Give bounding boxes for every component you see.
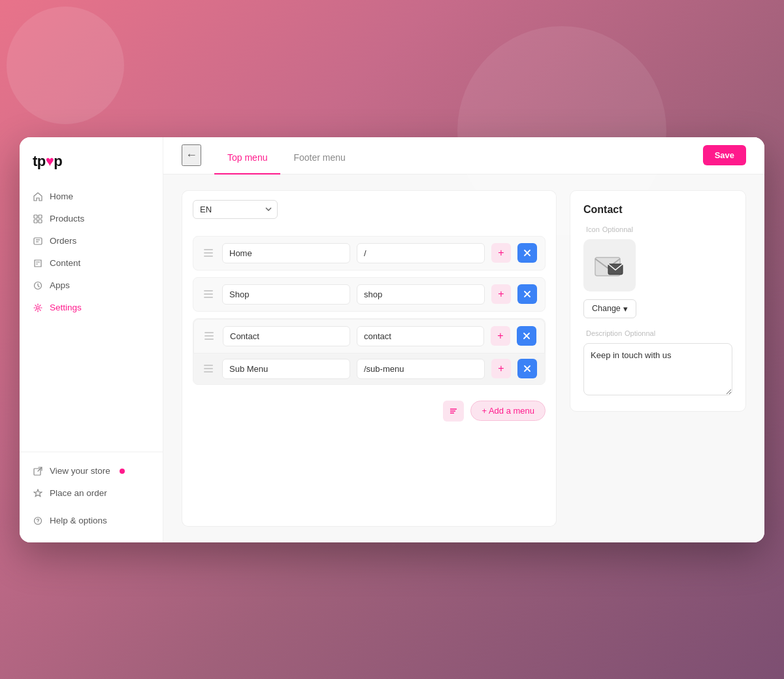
icon-field-label: IconOptionnal	[583, 225, 732, 234]
language-select-wrapper: EN FR DE ES	[182, 190, 557, 228]
menu-item-shop: +	[193, 277, 546, 312]
sidebar-item-settings[interactable]: Settings	[20, 297, 163, 319]
menu-url-input-contact[interactable]	[357, 326, 484, 346]
add-child-button-shop[interactable]: +	[491, 284, 511, 304]
content-area: EN FR DE ES +	[163, 174, 764, 542]
description-field-label: DescriptionOptionnal	[583, 329, 732, 338]
menu-label-input-contact[interactable]	[223, 326, 350, 346]
change-button[interactable]: Change ▾	[583, 299, 636, 318]
drag-handle-home[interactable]	[201, 248, 216, 258]
svg-point-13	[38, 522, 39, 523]
products-icon	[33, 214, 43, 224]
svg-point-10	[37, 306, 39, 309]
add-child-button-contact[interactable]: +	[491, 326, 510, 346]
sidebar-item-content-label: Content	[50, 258, 80, 268]
menu-url-input-home[interactable]	[357, 243, 485, 263]
menu-url-input-submenu[interactable]	[357, 359, 485, 379]
detail-title: Contact	[583, 204, 732, 216]
content-icon	[33, 258, 43, 269]
delete-button-shop[interactable]	[517, 284, 537, 304]
help-options[interactable]: Help & options	[20, 510, 163, 532]
menu-label-input-home[interactable]	[222, 243, 350, 263]
change-label: Change	[592, 304, 621, 313]
settings-icon	[33, 303, 43, 313]
delete-button-home[interactable]	[517, 243, 537, 263]
external-link-icon	[33, 466, 43, 476]
menu-item-contact-group: +	[193, 318, 546, 385]
add-child-button-submenu[interactable]: +	[491, 359, 511, 378]
menu-item-submenu: +	[201, 359, 537, 379]
sidebar-item-view-store[interactable]: View your store	[20, 460, 163, 482]
orders-icon	[33, 236, 43, 246]
sidebar-item-orders[interactable]: Orders	[20, 230, 163, 252]
logo-text: tp♥p	[33, 153, 62, 170]
delete-button-contact[interactable]	[517, 326, 536, 346]
back-button[interactable]: ←	[182, 144, 201, 166]
sidebar-bottom: View your store Place an order Help & op…	[20, 452, 163, 532]
svg-rect-1	[39, 215, 42, 218]
sidebar-item-home[interactable]: Home	[20, 186, 163, 208]
svg-rect-4	[34, 238, 42, 244]
submenu-container: +	[193, 354, 545, 384]
sidebar-item-home-label: Home	[50, 191, 73, 201]
add-menu-button[interactable]: + Add a menu	[470, 401, 546, 421]
main-nav: Home Products Orders Content	[20, 186, 163, 319]
drag-handle-submenu[interactable]	[201, 363, 216, 374]
sidebar-item-content[interactable]: Content	[20, 252, 163, 274]
top-bar: ← Top menu Footer menu Save	[163, 137, 764, 174]
menu-label-input-submenu[interactable]	[222, 359, 350, 379]
place-order-label: Place an order	[50, 488, 107, 498]
logo: tp♥p	[20, 153, 163, 186]
right-panel: Contact IconOptionnal	[570, 190, 746, 527]
help-label: Help & options	[50, 516, 107, 525]
tabs: Top menu Footer menu	[214, 137, 359, 174]
bottom-actions: + Add a menu	[193, 391, 546, 424]
sort-button[interactable]	[443, 401, 464, 422]
icon-preview	[583, 239, 636, 291]
home-icon	[33, 191, 43, 202]
drag-handle-contact[interactable]	[202, 331, 216, 341]
description-textarea[interactable]: Keep in touch with us	[583, 343, 732, 395]
svg-rect-3	[39, 220, 42, 223]
sidebar: tp♥p Home Products Orders	[20, 137, 163, 542]
menu-item-home: +	[193, 236, 546, 271]
tab-top-menu[interactable]: Top menu	[214, 141, 280, 174]
app-window: tp♥p Home Products Orders	[20, 137, 764, 542]
view-store-label: View your store	[50, 466, 110, 476]
sidebar-item-orders-label: Orders	[50, 236, 76, 246]
view-store-badge	[120, 469, 125, 474]
detail-card: Contact IconOptionnal	[570, 190, 746, 412]
sidebar-item-settings-label: Settings	[50, 303, 82, 312]
logo-accent: ♥	[46, 153, 54, 169]
sidebar-item-products-label: Products	[50, 214, 84, 224]
help-icon	[33, 516, 43, 526]
tab-footer-menu[interactable]: Footer menu	[280, 141, 358, 174]
add-child-button-home[interactable]: +	[491, 243, 511, 263]
drag-handle-shop[interactable]	[201, 289, 216, 299]
menu-items-container: + +	[182, 228, 557, 527]
language-select[interactable]: EN FR DE ES	[193, 200, 278, 219]
star-icon	[33, 488, 43, 499]
svg-rect-2	[34, 220, 37, 223]
sidebar-item-place-order[interactable]: Place an order	[20, 482, 163, 505]
left-panel: EN FR DE ES +	[182, 190, 557, 527]
sidebar-item-apps-label: Apps	[50, 280, 70, 290]
menu-url-input-shop[interactable]	[357, 284, 485, 305]
delete-button-submenu[interactable]	[517, 359, 537, 378]
main-content: ← Top menu Footer menu Save EN FR DE ES	[163, 137, 764, 542]
save-button[interactable]: Save	[703, 145, 746, 165]
dropdown-chevron-icon: ▾	[623, 304, 628, 314]
apps-icon	[33, 280, 43, 291]
menu-label-input-shop[interactable]	[222, 284, 350, 305]
sidebar-item-apps[interactable]: Apps	[20, 274, 163, 297]
menu-item-contact: +	[193, 319, 545, 354]
svg-rect-0	[34, 215, 37, 218]
sidebar-item-products[interactable]: Products	[20, 208, 163, 230]
